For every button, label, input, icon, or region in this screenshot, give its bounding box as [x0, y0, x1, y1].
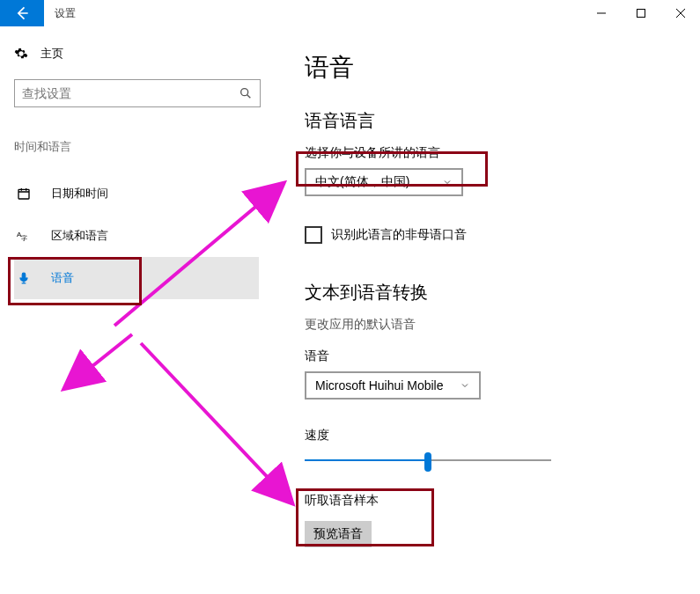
annotation-highlight	[296, 151, 488, 187]
checkbox[interactable]	[305, 226, 322, 244]
category-label: 时间和语言	[14, 139, 259, 155]
search-input[interactable]	[22, 86, 239, 100]
minimize-icon	[597, 9, 606, 18]
section-tts-heading: 文本到语音转换	[305, 281, 675, 304]
maximize-button[interactable]	[621, 0, 660, 26]
sidebar: 主页 时间和语言 日期和时间 A字 区域和语言 语音	[0, 26, 273, 594]
calendar-icon	[16, 187, 32, 201]
search-box[interactable]	[14, 79, 261, 107]
nav-item-datetime[interactable]: 日期和时间	[14, 172, 259, 215]
nav-item-region[interactable]: A字 区域和语言	[14, 215, 259, 257]
svg-text:字: 字	[21, 235, 27, 241]
annotation-highlight	[8, 257, 142, 305]
arrow-left-icon	[13, 4, 31, 22]
nav-item-label: 日期和时间	[51, 186, 108, 202]
chevron-down-icon	[460, 380, 470, 391]
page-heading: 语音	[305, 51, 675, 84]
window-controls	[581, 0, 700, 26]
nav-item-label: 区域和语言	[51, 228, 108, 244]
section-lang-heading: 语音语言	[305, 109, 675, 133]
annotation-highlight	[296, 488, 434, 546]
close-button[interactable]	[660, 0, 700, 26]
back-button[interactable]	[0, 0, 44, 26]
svg-rect-0	[637, 10, 645, 18]
checkbox-label: 识别此语言的非母语口音	[331, 227, 467, 243]
maximize-icon	[637, 9, 645, 18]
voice-dropdown[interactable]: Microsoft Huihui Mobile	[305, 371, 481, 400]
slider-track-fill	[305, 459, 428, 461]
minimize-button[interactable]	[581, 0, 621, 26]
gear-icon	[14, 47, 28, 61]
close-icon	[676, 9, 685, 18]
speed-label: 速度	[305, 428, 675, 444]
home-label: 主页	[41, 46, 63, 62]
search-icon	[239, 86, 253, 100]
voice-label: 语音	[305, 348, 675, 364]
speed-slider[interactable]	[305, 452, 551, 470]
home-link[interactable]: 主页	[14, 46, 259, 62]
svg-rect-2	[18, 189, 29, 199]
tts-subtitle: 更改应用的默认语音	[305, 317, 675, 333]
voice-dropdown-value: Microsoft Huihui Mobile	[315, 378, 444, 392]
language-icon: A字	[16, 229, 32, 243]
nonnative-checkbox-row[interactable]: 识别此语言的非母语口音	[305, 226, 675, 244]
title-bar: 设置	[0, 0, 700, 26]
svg-point-1	[241, 89, 248, 96]
window-title: 设置	[55, 6, 76, 21]
slider-thumb[interactable]	[424, 452, 431, 472]
